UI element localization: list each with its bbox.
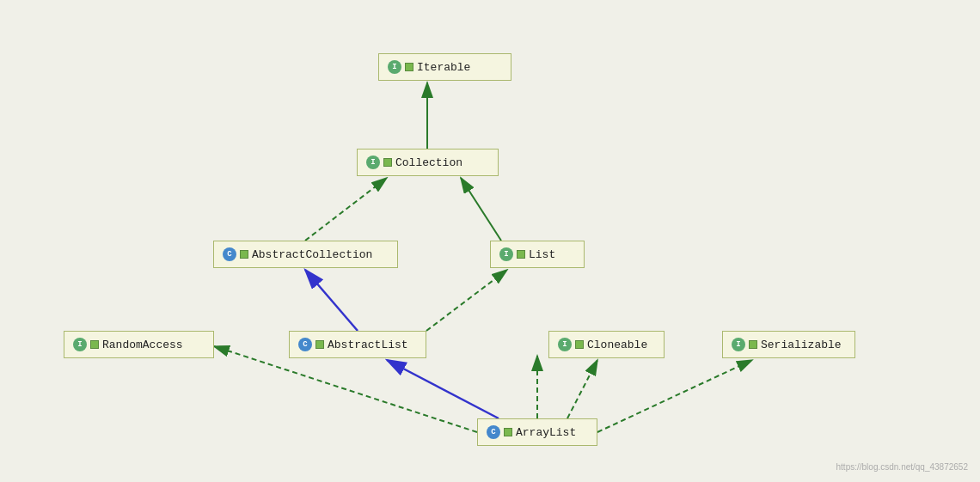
label-collection: Collection xyxy=(395,156,462,169)
svg-line-12 xyxy=(597,360,752,432)
svg-line-9 xyxy=(387,360,499,418)
label-random-access: RandomAccess xyxy=(102,339,183,351)
diagram-container: I Iterable I Collection C AbstractCollec… xyxy=(0,0,980,482)
leaf-array-list xyxy=(504,428,512,436)
node-list: I List xyxy=(490,241,585,268)
leaf-serializable xyxy=(749,340,757,349)
node-iterable: I Iterable xyxy=(378,53,511,81)
svg-line-7 xyxy=(426,270,507,331)
icon-serializable: I xyxy=(732,338,745,351)
leaf-collection xyxy=(383,158,392,167)
icon-array-list: C xyxy=(487,425,500,439)
leaf-abstract-collection xyxy=(240,250,248,259)
node-abstract-list: C AbstractList xyxy=(289,331,426,358)
leaf-abstract-list xyxy=(315,340,324,349)
leaf-random-access xyxy=(90,340,99,349)
icon-collection: I xyxy=(366,156,380,169)
icon-random-access: I xyxy=(73,338,87,351)
label-serializable: Serializable xyxy=(761,339,842,351)
leaf-list xyxy=(517,250,525,259)
label-array-list: ArrayList xyxy=(516,426,576,439)
svg-line-5 xyxy=(461,178,501,241)
leaf-cloneable xyxy=(575,340,584,349)
node-array-list: C ArrayList xyxy=(477,418,597,446)
node-serializable: I Serializable xyxy=(722,331,855,358)
icon-abstract-list: C xyxy=(298,338,312,351)
label-abstract-collection: AbstractCollection xyxy=(252,248,372,261)
label-cloneable: Cloneable xyxy=(587,339,647,351)
svg-line-6 xyxy=(305,270,358,331)
label-list: List xyxy=(529,248,555,261)
node-random-access: I RandomAccess xyxy=(64,331,214,358)
icon-abstract-collection: C xyxy=(223,247,236,261)
icon-cloneable: I xyxy=(558,338,572,351)
node-cloneable: I Cloneable xyxy=(548,331,665,358)
leaf-iterable xyxy=(405,63,413,71)
icon-iterable: I xyxy=(388,60,401,74)
svg-line-11 xyxy=(567,360,597,418)
label-abstract-list: AbstractList xyxy=(328,339,408,351)
svg-line-8 xyxy=(214,346,477,432)
svg-line-4 xyxy=(305,178,387,241)
label-iterable: Iterable xyxy=(417,61,470,74)
watermark: https://blog.csdn.net/qq_43872652 xyxy=(836,462,968,472)
icon-list: I xyxy=(499,247,513,261)
node-abstract-collection: C AbstractCollection xyxy=(213,241,398,268)
node-collection: I Collection xyxy=(357,149,499,176)
